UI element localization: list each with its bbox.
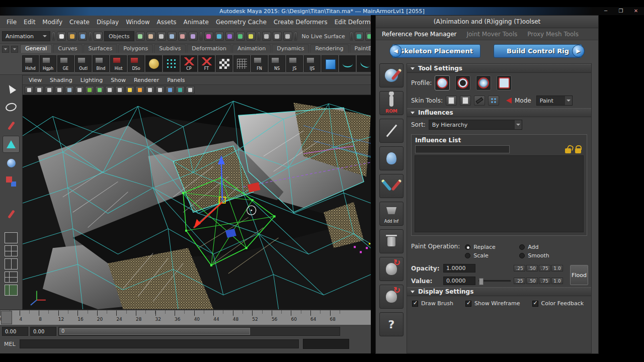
paint-operation-radio[interactable]: Replace	[465, 243, 519, 251]
resolution-gate-icon[interactable]	[115, 86, 124, 94]
close-button[interactable]: ✕	[631, 8, 641, 15]
select-mask-deformations-icon[interactable]	[189, 32, 198, 41]
lasso-tool-icon[interactable]	[3, 99, 20, 116]
shelf-tab[interactable]: Surfaces	[84, 44, 118, 53]
cv-curve-tool-icon[interactable]	[339, 55, 356, 72]
gate-mask-icon[interactable]	[125, 86, 134, 94]
open-scene-icon[interactable]	[67, 32, 76, 41]
four-pane-layout-icon[interactable]	[5, 245, 18, 256]
preset-button[interactable]: .25	[514, 265, 525, 272]
select-tool-icon[interactable]	[3, 80, 20, 97]
safe-title-icon[interactable]	[155, 86, 165, 94]
two-pane-layout-icon[interactable]	[5, 258, 18, 269]
sort-dropdown[interactable]: By Hierarchy	[429, 120, 522, 130]
paint-operation-radio[interactable]: Add	[519, 243, 574, 251]
preset-button[interactable]: 1.0	[551, 265, 563, 272]
single-pane-layout-icon[interactable]	[5, 232, 18, 243]
panel-menu-item[interactable]: Lighting	[76, 77, 107, 83]
add-influence-icon[interactable]: Add Inf	[379, 202, 404, 226]
shelf-tab[interactable]: Polygons	[118, 44, 153, 53]
back-arrow-icon[interactable]: ◀	[389, 45, 402, 57]
snap-to-curves-icon[interactable]	[215, 32, 224, 41]
save-scene-icon[interactable]	[78, 32, 87, 41]
moving-influences-icon[interactable]	[488, 96, 499, 106]
menuset-dropdown[interactable]: Animation	[2, 31, 50, 41]
preset-button[interactable]: 1.0	[551, 278, 563, 284]
artisan-brush-tool-icon[interactable]	[3, 206, 20, 223]
edit-skeleton-icon[interactable]	[379, 119, 404, 143]
xray-icon[interactable]	[176, 86, 185, 94]
shelf-tab[interactable]: Subdivs	[154, 44, 186, 53]
select-camera-icon[interactable]	[25, 86, 34, 94]
shelf-tab[interactable]: General	[20, 44, 52, 53]
separator[interactable]	[350, 32, 353, 41]
paint-select-tool-icon[interactable]	[3, 117, 20, 134]
particles-icon[interactable]	[163, 55, 180, 72]
grid-toggle-icon[interactable]	[95, 86, 104, 94]
range-start-inner-field[interactable]: 0.00	[30, 327, 56, 336]
ijs-shelf-icon[interactable]: IJS	[304, 55, 320, 72]
film-gate-icon[interactable]	[105, 86, 114, 94]
menu-item[interactable]: Create Deformers	[270, 19, 331, 26]
profile-ring-icon[interactable]	[455, 75, 470, 90]
outliner-persp-layout-icon[interactable]	[5, 285, 18, 296]
art-tab[interactable]: Proxy Mesh Tools	[527, 31, 579, 38]
snap-to-grids-icon[interactable]	[204, 32, 213, 41]
flood-button[interactable]: Flood	[570, 265, 588, 285]
shelf-options-icon[interactable]	[11, 46, 18, 53]
panel-menu-item[interactable]: Shading	[46, 77, 76, 83]
shelf-tab[interactable]: Curves	[53, 44, 82, 53]
select-by-component-icon[interactable]	[146, 32, 155, 41]
profile-soft-icon[interactable]	[476, 75, 491, 90]
viewport-canvas[interactable]	[23, 95, 371, 309]
maximize-button[interactable]: ❐	[616, 8, 626, 15]
separator[interactable]	[294, 32, 297, 41]
art-tab[interactable]: Reference Pose Manager	[382, 31, 456, 38]
paint-operation-radio[interactable]: Scale	[465, 251, 519, 260]
mode-dropdown[interactable]: Paint	[536, 96, 573, 106]
unlock-icon[interactable]	[565, 148, 571, 153]
wireframe-on-shaded-icon[interactable]	[186, 86, 195, 94]
maya-titlebar[interactable]: Autodesk Maya 2015: G:\Design\Titan\Tita…	[0, 7, 644, 16]
display-checkbox[interactable]: Draw Brush	[412, 300, 453, 307]
lock-icon[interactable]	[575, 148, 581, 153]
shelf-menu-icon[interactable]	[2, 46, 9, 53]
art-titlebar[interactable]: (A)nimation and (R)igging (T)oolset	[376, 16, 598, 28]
objects-selector[interactable]: Objects	[104, 31, 134, 41]
separator[interactable]	[257, 32, 261, 41]
polycube-icon[interactable]	[321, 55, 338, 72]
cp-shelf-icon[interactable]: CP	[181, 55, 197, 72]
preset-button[interactable]: .50	[526, 278, 538, 284]
weight-hammer-icon[interactable]	[474, 96, 485, 106]
menu-item[interactable]: File	[3, 19, 20, 26]
influence-search-input[interactable]	[415, 145, 510, 153]
scale-tool-icon[interactable]	[3, 173, 20, 190]
paint-operation-radio[interactable]: Smooth	[519, 251, 574, 260]
history-icon[interactable]: Hist	[110, 55, 127, 72]
move-tool-icon[interactable]	[3, 136, 20, 153]
grease-pencil-icon[interactable]	[85, 86, 94, 94]
spheres-icon[interactable]	[145, 55, 162, 72]
display-settings-header[interactable]: Display Settings	[407, 287, 591, 296]
menu-item[interactable]: Create	[66, 19, 93, 26]
select-by-object-icon[interactable]	[136, 32, 145, 41]
new-scene-icon[interactable]	[57, 32, 66, 41]
remove-influence-icon[interactable]	[379, 229, 404, 253]
move-influences-icon[interactable]: ↻	[379, 257, 404, 281]
art-tab[interactable]: Joint Mover Tools	[466, 31, 517, 38]
range-slider-track[interactable]: 0	[58, 327, 340, 336]
help-icon[interactable]: ?	[379, 312, 404, 336]
output-connections-icon[interactable]	[283, 32, 292, 41]
select-mask-curves-icon[interactable]	[168, 32, 177, 41]
build-control-rig-button[interactable]: Build Control Rig ▶	[494, 44, 582, 58]
rom-icon[interactable]: ROM	[379, 91, 404, 115]
profile-solid-icon[interactable]	[435, 75, 450, 90]
select-by-hierarchy-icon[interactable]	[94, 32, 103, 41]
hypershade-icon[interactable]: Hshd	[22, 55, 39, 72]
open-render-view-icon[interactable]	[355, 32, 364, 41]
copy-weights-icon[interactable]	[446, 96, 457, 106]
rotate-tool-icon[interactable]	[3, 154, 20, 171]
range-slider-handle[interactable]	[59, 328, 250, 335]
hypergraph-icon[interactable]: Hgph	[40, 55, 56, 72]
snap-to-points-icon[interactable]	[225, 32, 234, 41]
